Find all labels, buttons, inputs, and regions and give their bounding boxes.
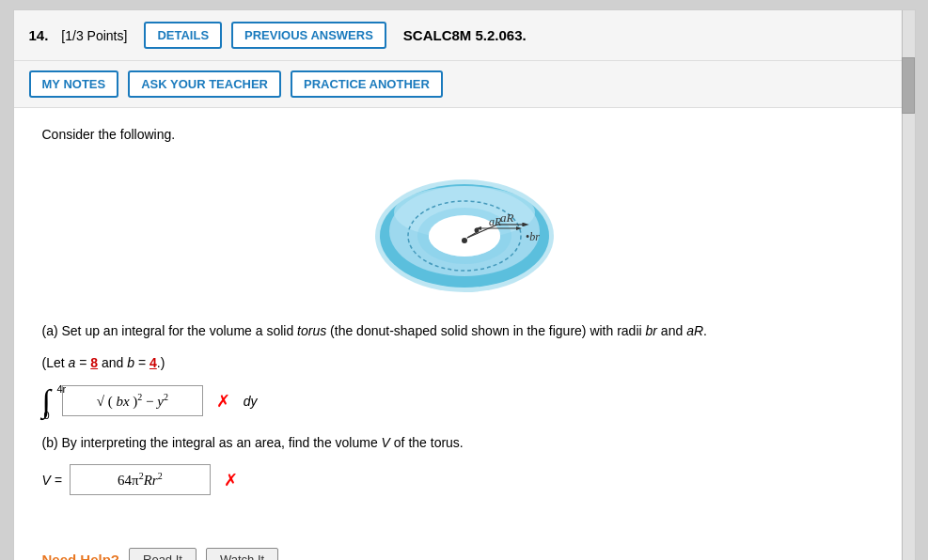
my-notes-button[interactable]: MY NOTES	[29, 70, 119, 98]
dy-label: dy	[244, 394, 258, 409]
volume-answer-box[interactable]: 64π2Rr2	[70, 464, 211, 495]
content-area: Consider the following.	[14, 108, 915, 540]
scalc-reference: SCALC8M 5.2.063.	[403, 27, 527, 43]
cross-icon: ✗	[216, 391, 230, 412]
svg-text:aR: aR	[500, 210, 514, 225]
part-b-text: (b) By interpreting the integral as an a…	[42, 432, 887, 453]
consider-text: Consider the following.	[42, 127, 887, 142]
svg-point-9	[462, 238, 467, 243]
lower-limit: 0	[44, 410, 50, 421]
second-bar: MY NOTES ASK YOUR TEACHER PRACTICE ANOTH…	[14, 61, 915, 108]
v-equals-label: V =	[42, 473, 62, 488]
points-label: [1/3 Points]	[61, 28, 127, 43]
practice-another-button[interactable]: PRACTICE ANOTHER	[291, 70, 443, 98]
top-bar: 14. [1/3 Points] DETAILS PREVIOUS ANSWER…	[14, 10, 915, 61]
need-help-section: Need Help? Read It Watch It	[14, 540, 915, 560]
need-help-label: Need Help?	[42, 552, 120, 560]
watch-it-button[interactable]: Watch It	[206, 548, 278, 560]
let-text: (Let a = 8 and b = 4.)	[42, 352, 887, 373]
question-number: 14.	[29, 27, 49, 43]
integral-answer-box[interactable]: √ ( bx )2 − y2	[62, 385, 203, 416]
ask-teacher-button[interactable]: ASK YOUR TEACHER	[128, 70, 281, 98]
volume-cross-icon: ✗	[224, 470, 238, 490]
previous-answers-button[interactable]: PREVIOUS ANSWERS	[231, 22, 386, 49]
scrollbar[interactable]	[902, 10, 915, 560]
torus-image-container: aR aR •br	[42, 151, 887, 302]
upper-limit: 4r	[57, 383, 67, 395]
svg-point-21	[474, 228, 479, 233]
read-it-button[interactable]: Read It	[129, 548, 197, 560]
part-b-answer-row: V = 64π2Rr2 ✗	[42, 464, 887, 495]
part-a-label: (a) Set up an integral for the volume a …	[42, 323, 707, 338]
details-button[interactable]: DETAILS	[144, 22, 222, 49]
torus-svg: aR aR •br	[361, 151, 568, 302]
integral-math: √ ( bx )2 − y2	[97, 392, 168, 410]
volume-math: 64π2Rr2	[118, 471, 163, 489]
integral-row: 4r ∫ 0 √ ( bx )2 − y2 ✗ dy	[42, 385, 887, 417]
svg-text:aR: aR	[489, 215, 502, 228]
svg-text:•br: •br	[526, 230, 540, 243]
part-a-text: (a) Set up an integral for the volume a …	[42, 320, 887, 341]
scrollbar-thumb[interactable]	[902, 57, 915, 114]
